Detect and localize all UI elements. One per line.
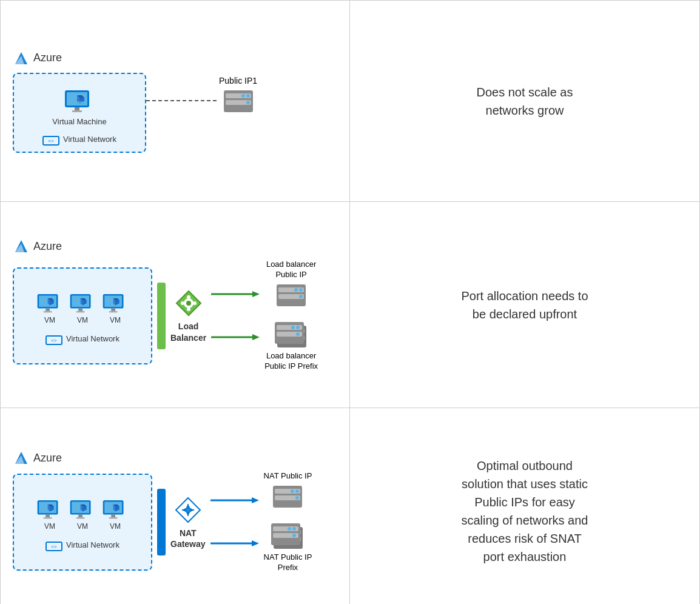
vm-label-2b: VM [77, 316, 88, 324]
vnet-label-2: <> Virtual Network [45, 333, 119, 345]
lb-target1-label: Load balancerPublic IP [266, 260, 316, 280]
svg-point-17 [246, 101, 250, 104]
vnet-icon-3: <> [45, 539, 62, 551]
svg-text:<>: <> [48, 138, 54, 144]
svg-text:<>: <> [51, 544, 57, 549]
svg-marker-103 [252, 497, 259, 503]
nat-icon-wrap: NATGateway [170, 495, 206, 549]
svg-marker-54 [252, 334, 260, 340]
vm-monitor-3a [36, 499, 63, 521]
lb-icon-wrap: LoadBalancer [170, 288, 206, 343]
vm-monitor-svg [64, 89, 95, 115]
vm-icon-3b: VM [69, 499, 96, 531]
svg-rect-84 [78, 515, 82, 517]
lb-label: LoadBalancer [170, 321, 206, 343]
svg-point-18 [241, 94, 245, 98]
nat-arrow-1 [210, 495, 259, 505]
vm-icon-2c: VM [102, 293, 129, 324]
svg-rect-85 [76, 517, 85, 519]
svg-point-69 [291, 326, 295, 329]
vm-label-3a: VM [44, 522, 55, 531]
vnet-icon-svg: <> [42, 133, 59, 146]
svg-point-118 [292, 527, 296, 531]
svg-point-110 [295, 496, 299, 500]
vm-monitor-3c [102, 499, 129, 521]
nat-arrow-2 [210, 539, 259, 548]
svg-point-120 [288, 527, 291, 531]
lb-targets: Load balancerPublic IP [264, 260, 318, 372]
azure-label-1: Azure [33, 52, 62, 64]
green-arrow-1 [211, 289, 260, 299]
vm-icon-2a: VM [36, 293, 63, 324]
nat-target-2: NAT Public IPPrefix [264, 521, 312, 573]
azure-label-3: Azure [33, 452, 62, 465]
azure-vnet-box-3: VM VM [13, 474, 152, 571]
vms-row-2: VM VM [36, 293, 129, 324]
server-icon-3 [272, 485, 303, 509]
azure-logo-icon [13, 50, 30, 67]
vm-monitor-3b [69, 499, 96, 521]
svg-rect-27 [44, 310, 52, 312]
azure-vnet-box-1: Virtual Machine <> Virtual Network [13, 73, 146, 153]
nat-bar [157, 489, 166, 555]
svg-rect-33 [78, 308, 82, 310]
main-grid: Azure [0, 0, 700, 604]
svg-point-48 [193, 301, 197, 305]
row2-diagram: Azure [1, 202, 350, 408]
vnet-label-3: <> Virtual Network [45, 539, 119, 551]
nat-targets: NAT Public IP [264, 471, 312, 573]
azure-vnet-box-2: VM VM [13, 267, 152, 364]
nat-label: NATGateway [170, 528, 206, 549]
green-arrow-2 [211, 332, 260, 342]
svg-point-68 [296, 332, 300, 336]
server-stack-icon-3 [270, 521, 305, 551]
vm-label-2c: VM [110, 316, 121, 324]
nat-icon-svg [173, 495, 203, 525]
lb-arrows [211, 289, 260, 342]
dashed-connector-1 [146, 95, 219, 107]
azure-logo-icon-3 [13, 449, 30, 466]
row2-desc-text: Port allocation needs to be declared upf… [461, 287, 588, 323]
svg-rect-91 [111, 515, 115, 517]
row1-diagram: Azure [1, 1, 350, 202]
svg-marker-52 [252, 291, 260, 297]
vm-icon-2b: VM [69, 293, 96, 324]
azure-logo-icon-2 [13, 238, 30, 255]
svg-rect-92 [109, 517, 118, 519]
svg-point-46 [186, 301, 191, 306]
svg-rect-34 [76, 310, 85, 312]
nat-target-1: NAT Public IP [264, 471, 312, 509]
vnet-label-1: <> Virtual Network [42, 133, 116, 146]
lb-icon-svg [173, 288, 204, 318]
svg-rect-41 [109, 310, 118, 312]
svg-point-58 [299, 288, 303, 292]
row2-description: Port allocation needs to be declared upf… [350, 202, 699, 408]
server-icon-1 [223, 89, 254, 113]
svg-point-67 [296, 326, 300, 329]
svg-point-50 [187, 307, 190, 311]
vms-row-3: VM VM [36, 499, 129, 531]
lb-bar [157, 283, 166, 349]
lb-target-1: Load balancerPublic IP [264, 260, 318, 307]
vm-label-3c: VM [110, 522, 121, 531]
svg-rect-40 [111, 308, 115, 310]
server-stack-icon-2 [274, 320, 309, 350]
vm-label-3b: VM [77, 522, 88, 531]
server-icon-2 [275, 283, 307, 307]
svg-point-59 [299, 295, 303, 298]
svg-point-47 [181, 301, 184, 305]
azure-label-2: Azure [33, 240, 62, 253]
svg-point-111 [291, 489, 294, 493]
row1-desc-text: Does not scale as networks grow [477, 83, 573, 119]
svg-rect-8 [75, 107, 79, 110]
lb-arrow-1 [211, 289, 260, 299]
svg-rect-78 [44, 517, 52, 519]
blue-arrow-1 [210, 495, 259, 505]
svg-point-119 [292, 534, 296, 537]
svg-text:<>: <> [51, 338, 57, 343]
row3-desc-text: Optimal outbound solution that uses stat… [461, 457, 588, 566]
vm-label-2a: VM [44, 316, 55, 324]
row1-description: Does not scale as networks grow [350, 1, 699, 202]
vm-label-1: Virtual Machine [52, 117, 106, 126]
svg-point-109 [295, 489, 299, 493]
